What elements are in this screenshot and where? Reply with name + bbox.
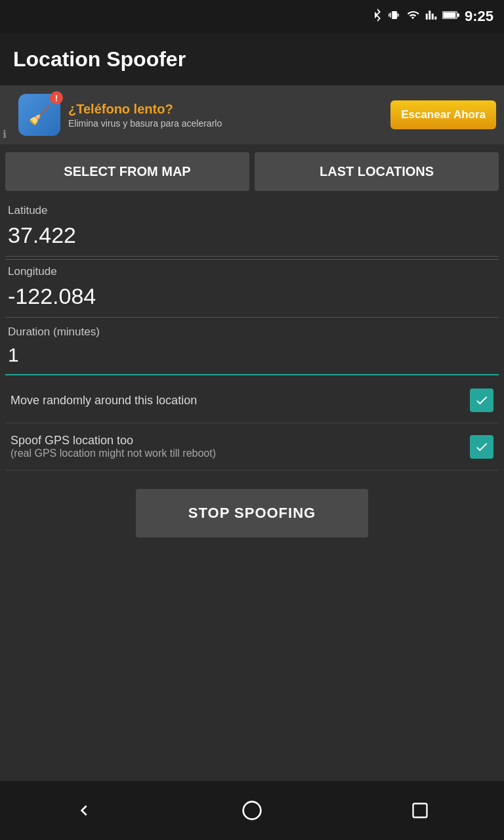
svg-rect-1 <box>457 13 459 16</box>
duration-input[interactable] <box>8 341 496 371</box>
home-button[interactable] <box>226 791 278 830</box>
form-section: Latitude Longitude Duration (minutes) Mo… <box>0 199 504 781</box>
ad-subtitle: Elimina virus y basura para acelerarlo <box>68 118 383 129</box>
battery-icon <box>442 10 459 23</box>
ad-banner: ℹ 🧹 ! ¿Teléfono lento? Elimina virus y b… <box>0 85 504 144</box>
status-bar: 9:25 <box>0 0 504 33</box>
svg-point-3 <box>243 802 261 820</box>
svg-rect-4 <box>413 804 427 818</box>
app-bar: Location Spoofer <box>0 33 504 85</box>
longitude-label: Longitude <box>8 265 496 278</box>
wifi-icon <box>406 9 420 24</box>
ad-info-icon: ℹ <box>3 128 7 140</box>
home-icon <box>242 800 262 821</box>
duration-field-group: Duration (minutes) <box>5 320 499 375</box>
stop-spoofing-button[interactable]: STOP SPOOFING <box>136 489 368 537</box>
ad-app-icon: 🧹 ! <box>18 94 60 136</box>
move-randomly-label: Move randomly around this location <box>10 394 470 408</box>
vibrate-icon <box>388 8 400 25</box>
move-randomly-checkbox[interactable] <box>470 388 494 412</box>
status-icons: 9:25 <box>371 8 494 25</box>
ad-scan-button[interactable]: Escanear Ahora <box>390 100 496 129</box>
checkmark-icon <box>474 393 489 408</box>
back-icon <box>74 800 94 821</box>
latitude-label: Latitude <box>8 204 496 217</box>
clock: 9:25 <box>465 8 494 25</box>
duration-label: Duration (minutes) <box>8 326 496 339</box>
action-buttons-row: SELECT FROM MAP LAST LOCATIONS <box>0 144 504 199</box>
app-title: Location Spoofer <box>13 47 186 72</box>
checkmark-icon-2 <box>474 440 489 454</box>
recents-button[interactable] <box>394 791 446 830</box>
ad-text: ¿Teléfono lento? Elimina virus y basura … <box>68 102 383 129</box>
bottom-nav <box>0 781 504 840</box>
spoof-gps-label: Spoof GPS location too (real GPS locatio… <box>10 434 470 459</box>
svg-rect-2 <box>443 12 455 18</box>
latitude-input[interactable] <box>8 220 496 253</box>
latitude-field-group: Latitude <box>5 199 499 257</box>
ad-badge: ! <box>50 91 63 104</box>
longitude-field-group: Longitude <box>5 260 499 318</box>
move-randomly-row: Move randomly around this location <box>5 378 499 423</box>
ad-title: ¿Teléfono lento? <box>68 102 383 117</box>
signal-icon <box>425 8 437 25</box>
recents-icon <box>411 801 429 820</box>
back-button[interactable] <box>58 791 110 830</box>
longitude-input[interactable] <box>8 281 496 314</box>
bluetooth-icon <box>371 8 383 25</box>
select-from-map-button[interactable]: SELECT FROM MAP <box>5 152 249 191</box>
spoof-gps-row: Spoof GPS location too (real GPS locatio… <box>5 423 499 471</box>
last-locations-button[interactable]: LAST LOCATIONS <box>255 152 499 191</box>
spoof-gps-checkbox[interactable] <box>470 435 494 459</box>
stop-btn-container: STOP SPOOFING <box>5 471 499 556</box>
